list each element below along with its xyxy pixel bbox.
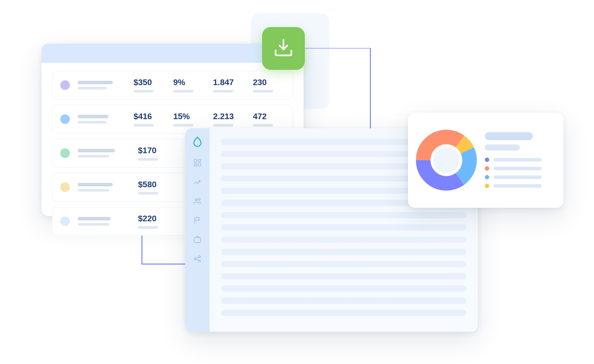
- logo-icon: [191, 136, 204, 148]
- row-pct: 9%: [173, 78, 205, 93]
- row-color-dot: [60, 114, 70, 124]
- content-line: [221, 261, 466, 267]
- donut-chart: [416, 130, 477, 191]
- content-line: [221, 249, 466, 255]
- share-icon[interactable]: [193, 254, 202, 264]
- row-num2: 230: [253, 78, 285, 93]
- svg-point-5: [198, 199, 200, 200]
- svg-rect-3: [194, 164, 197, 166]
- content-line: [221, 285, 466, 292]
- row-amount: $580: [138, 180, 173, 195]
- svg-rect-0: [194, 160, 197, 163]
- dashboard-icon[interactable]: [193, 158, 202, 168]
- row-name: [78, 81, 126, 89]
- illustration-stage: $350 9% 1.847 230 $416 15% 2.213 472: [0, 0, 594, 364]
- legend-item: [485, 158, 556, 162]
- row-name: [78, 183, 130, 192]
- growth-icon[interactable]: [193, 177, 202, 187]
- stats-subtitle-placeholder: [485, 144, 520, 151]
- row-num1: 2.213: [213, 112, 245, 127]
- legend-dot: [485, 184, 489, 188]
- legend-item: [485, 175, 556, 179]
- svg-rect-1: [198, 160, 201, 161]
- row-name: [78, 217, 130, 226]
- content-line: [221, 310, 466, 316]
- row-amount: $220: [138, 214, 173, 229]
- stats-card: [408, 113, 563, 208]
- flag-icon[interactable]: [193, 216, 202, 225]
- row-color-dot: [60, 80, 70, 90]
- table-row[interactable]: $350 9% 1.847 230: [52, 71, 293, 100]
- people-icon[interactable]: [193, 196, 202, 206]
- content-line: [221, 298, 466, 304]
- svg-rect-2: [198, 163, 201, 166]
- download-button[interactable]: [262, 27, 305, 70]
- row-pct: 15%: [173, 112, 205, 127]
- content-line: [221, 212, 466, 218]
- row-amount: $416: [134, 112, 166, 127]
- row-name: [78, 115, 126, 124]
- row-name: [78, 149, 130, 158]
- svg-rect-6: [194, 238, 201, 243]
- stats-title-placeholder: [485, 132, 533, 140]
- row-color-dot: [60, 148, 70, 158]
- legend-dot: [485, 166, 489, 171]
- row-num1: 1.847: [213, 78, 245, 93]
- row-color-dot: [60, 182, 70, 192]
- legend-dot: [485, 158, 489, 162]
- row-num2: 472: [253, 112, 285, 127]
- row-amount: $170: [138, 146, 173, 161]
- row-color-dot: [60, 216, 70, 226]
- briefcase-icon[interactable]: [193, 235, 202, 244]
- legend-item: [485, 184, 556, 188]
- legend-item: [485, 166, 556, 171]
- donut-center: [433, 147, 459, 173]
- legend-dot: [485, 175, 489, 179]
- download-icon: [272, 37, 295, 60]
- content-line: [221, 224, 466, 230]
- svg-point-4: [195, 199, 197, 201]
- stats-legend: [485, 132, 556, 188]
- app-logo[interactable]: [191, 135, 204, 148]
- content-line: [221, 273, 466, 279]
- row-amount: $350: [134, 78, 166, 93]
- content-line: [221, 237, 466, 243]
- app-sidebar: [185, 128, 210, 332]
